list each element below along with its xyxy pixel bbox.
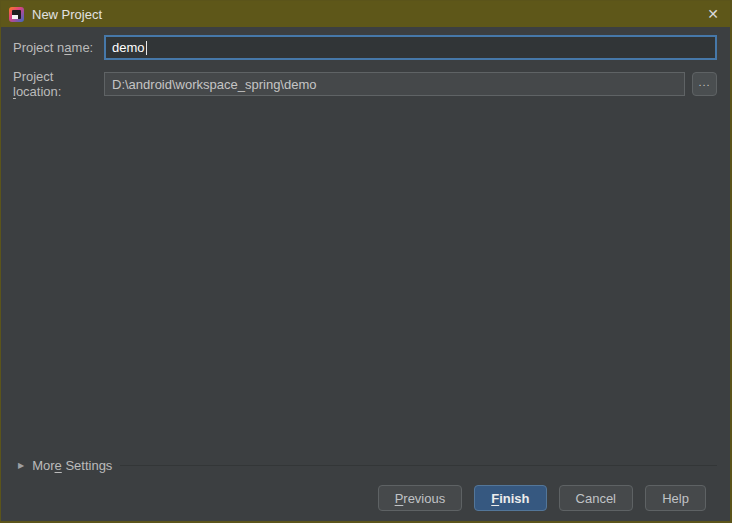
project-location-input[interactable] [104, 72, 685, 96]
cancel-button[interactable]: Cancel [559, 485, 633, 511]
more-settings-label: More Settings [32, 458, 112, 473]
finish-button[interactable]: Finish [474, 485, 546, 511]
more-settings-toggle[interactable]: ▶ More Settings [13, 458, 717, 473]
dialog-content: Project name: demo Project location: ...… [1, 27, 730, 521]
previous-button[interactable]: Previous [378, 485, 463, 511]
chevron-right-icon: ▶ [18, 461, 24, 470]
project-location-row: Project location: ... [13, 69, 717, 99]
browse-button[interactable]: ... [692, 72, 717, 96]
project-name-input[interactable]: demo [104, 35, 717, 60]
help-button[interactable]: Help [645, 485, 706, 511]
button-bar: Previous Finish Cancel Help [13, 475, 717, 511]
titlebar[interactable]: New Project ✕ [1, 1, 730, 27]
close-icon: ✕ [707, 6, 719, 22]
window-title: New Project [32, 7, 102, 22]
project-name-value: demo [112, 40, 145, 55]
ellipsis-icon: ... [698, 77, 710, 88]
project-name-label: Project name: [13, 40, 104, 55]
empty-panel [13, 99, 717, 458]
project-location-label: Project location: [13, 69, 104, 99]
close-button[interactable]: ✕ [696, 1, 730, 27]
separator-line [120, 465, 717, 466]
new-project-dialog: New Project ✕ Project name: demo Project… [0, 0, 732, 523]
project-name-row: Project name: demo [13, 35, 717, 60]
text-caret [146, 41, 147, 55]
intellij-idea-icon [9, 7, 24, 22]
